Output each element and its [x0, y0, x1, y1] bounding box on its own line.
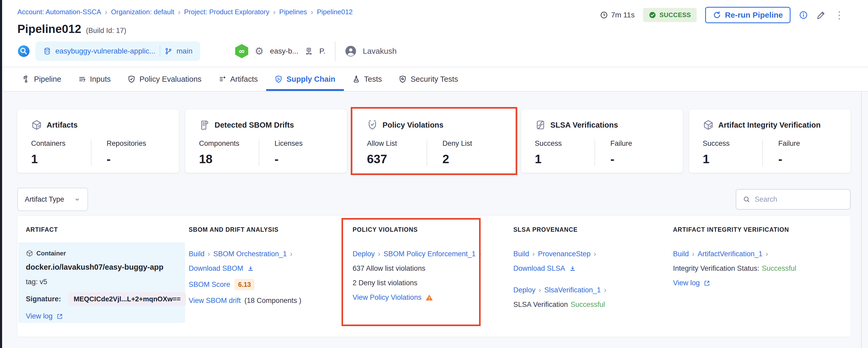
stage-link[interactable]: Build	[513, 250, 529, 258]
artifact-cell: Container docker.io/lavakush07/easy-bugg…	[19, 242, 185, 323]
title-row: Pipeline012 (Build Id: 17)	[18, 22, 868, 36]
stat-integrity-success: Success 1	[703, 140, 763, 166]
search-input[interactable]	[755, 195, 844, 204]
breadcrumb-organization[interactable]: Organization: default	[111, 8, 174, 16]
pipeline-meta-row: easybuggy-vulnerable-applic... main ∞ ⚙ …	[18, 41, 868, 61]
signature-value[interactable]: MEQCICde2Vjl...L+2+mqnOXw==	[68, 292, 186, 306]
artifact-type-label: Artifact Type	[25, 195, 64, 204]
stage-link[interactable]: Deploy	[352, 250, 375, 258]
col-sbom: SBOM AND DRIFT ANALYSIS	[185, 226, 349, 233]
stat-slsa-success: Success 1	[535, 140, 595, 166]
tab-artifacts[interactable]: Artifacts	[210, 67, 267, 91]
chevron-right: ›	[766, 250, 768, 258]
sbom-score-badge: 6.13	[235, 279, 255, 290]
allow-list-violations: 637 Allow list violations	[352, 264, 502, 272]
card-title: Detected SBOM Drifts	[215, 121, 294, 129]
repo-link[interactable]: easybuggy-vulnerable-applic...	[55, 47, 155, 55]
meta-divider	[335, 41, 336, 61]
filter-row: Artifact Type	[18, 187, 850, 211]
artifact-type-dropdown[interactable]: Artifact Type	[18, 188, 88, 211]
more-options-button[interactable]: ⋮	[834, 10, 844, 20]
search-icon	[743, 195, 750, 203]
download-sbom-link[interactable]: Download SBOM	[189, 264, 243, 272]
chevron-right: ›	[479, 250, 481, 258]
deny-list-violations: 2 Deny list violations	[352, 279, 502, 287]
step-link[interactable]: ArtifactVerification_1	[698, 250, 762, 258]
trigger-webhook-icon	[18, 45, 30, 57]
chevron-right: ›	[538, 286, 541, 294]
step-link[interactable]: SBOM Policy Enforcement_1	[383, 250, 476, 258]
tab-supply-chain-label: Supply Chain	[286, 75, 335, 84]
tab-tests[interactable]: Tests	[344, 67, 391, 91]
view-log-link[interactable]: View log	[26, 312, 53, 320]
tab-policy-evaluations[interactable]: Policy Evaluations	[119, 67, 210, 91]
kebab-icon: ⋮	[834, 10, 844, 20]
breadcrumb-separator: ›	[178, 8, 180, 16]
integrity-status-value: Successful	[762, 264, 796, 272]
package-icon	[703, 119, 714, 130]
col-policy-violations: POLICY VIOLATIONS	[349, 226, 509, 233]
repository-icon	[43, 47, 51, 55]
chevron-down-icon	[74, 196, 81, 203]
stage-link[interactable]: Build	[189, 250, 205, 258]
breadcrumb-separator: ›	[311, 8, 313, 16]
status-badge: SUCCESS	[643, 8, 697, 22]
infra-abbrev-label: P.	[319, 47, 326, 55]
stat-slsa-failure: Failure -	[594, 140, 670, 166]
pill-divider	[160, 45, 160, 57]
summary-cards: Artifacts Containers 1 Repositories -	[18, 109, 850, 173]
shield-check-icon	[367, 119, 378, 130]
branch-link[interactable]: main	[177, 47, 193, 55]
run-info-button[interactable]	[799, 10, 808, 20]
package-icon	[31, 119, 42, 130]
stage-link[interactable]: Build	[673, 250, 689, 258]
tab-supply-chain[interactable]: Supply Chain	[266, 67, 344, 91]
artifact-name: docker.io/lavakush07/easy-buggy-app	[26, 263, 177, 271]
view-policy-violations-link[interactable]: View Policy Violations	[352, 293, 422, 301]
view-sbom-drift-link[interactable]: View SBOM drift	[189, 297, 241, 305]
tab-inputs[interactable]: Inputs	[69, 67, 119, 91]
download-icon	[247, 265, 254, 272]
stat-allow-list: Allow List 637	[367, 140, 427, 166]
slsa-cell: Build › ProvenanceStep › Download SLSA D…	[509, 242, 669, 323]
download-sbom-line: Download SBOM	[189, 264, 341, 272]
card-title: SLSA Verifications	[551, 121, 618, 129]
policy-cell: Deploy › SBOM Policy Enforcement_1 › 637…	[349, 242, 509, 323]
execution-context-group: ∞ ⚙ easy-b... P. Lavakush	[235, 41, 397, 61]
run-duration: 7m 11s	[600, 11, 635, 19]
sbom-score-link[interactable]: SBOM Score	[189, 281, 230, 289]
card-policy-violations: Policy Violations Allow List 637 Deny Li…	[353, 109, 515, 173]
breadcrumb-pipeline012[interactable]: Pipeline012	[317, 8, 352, 16]
card-title: Policy Violations	[382, 121, 443, 129]
stage-link[interactable]: Deploy	[513, 286, 535, 294]
check-circle-icon	[649, 11, 656, 19]
step-link[interactable]: ProvenanceStep	[538, 250, 591, 258]
rerun-pipeline-button[interactable]: Re-run Pipeline	[705, 7, 790, 23]
tab-pipeline[interactable]: Pipeline	[14, 67, 69, 91]
slsa-stage-line-2: Deploy › SlsaVerification_1 ›	[513, 286, 661, 294]
download-slsa-link[interactable]: Download SLSA	[513, 264, 565, 272]
view-log-link[interactable]: View log	[673, 279, 700, 287]
card-title: Artifact Integrity Verification	[718, 121, 820, 129]
table-row: Container docker.io/lavakush07/easy-bugg…	[19, 242, 849, 323]
step-link[interactable]: SlsaVerification_1	[544, 286, 601, 294]
search-box	[736, 189, 850, 210]
breadcrumb-project[interactable]: Project: Product Exploratory	[184, 8, 270, 16]
infinity-glyph: ∞	[239, 47, 245, 56]
warning-icon	[425, 294, 433, 301]
slsa-stage-line-1: Build › ProvenanceStep ›	[513, 250, 661, 258]
tab-security-tests[interactable]: Security Tests	[390, 67, 466, 91]
breadcrumb-pipelines[interactable]: Pipelines	[279, 8, 307, 16]
tab-artifacts-label: Artifacts	[230, 75, 258, 84]
artifact-type-line: Container	[26, 250, 177, 257]
card-title: Artifacts	[46, 121, 78, 129]
view-log-line: View log	[673, 279, 842, 287]
breadcrumb-account[interactable]: Account: Automation-SSCA	[18, 8, 101, 16]
card-artifacts: Artifacts Containers 1 Repositories -	[18, 109, 179, 173]
step-link[interactable]: SBOM Orchestration_1	[213, 250, 287, 258]
tab-security-tests-label: Security Tests	[410, 75, 458, 84]
edit-pipeline-button[interactable]	[816, 10, 826, 20]
scrollbar-track[interactable]	[861, 67, 862, 348]
chevron-right: ›	[532, 250, 535, 258]
sbom-document-icon	[199, 119, 210, 130]
